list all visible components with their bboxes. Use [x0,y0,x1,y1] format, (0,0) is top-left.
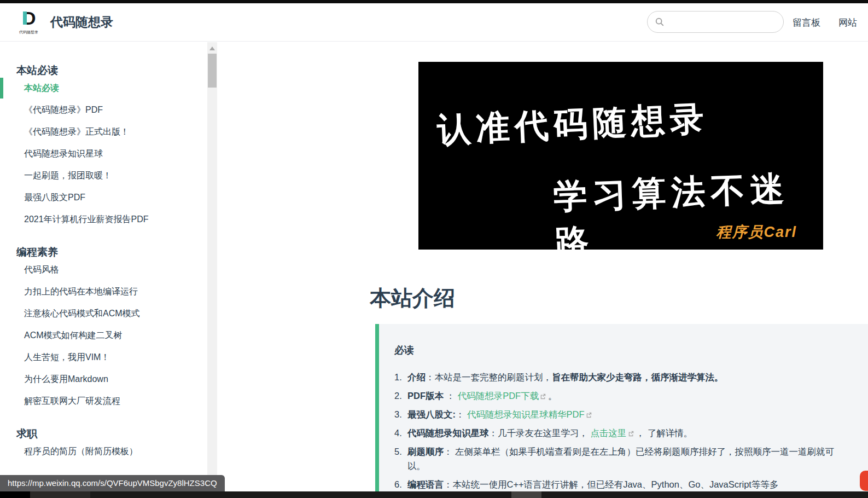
sidebar-item-markdown[interactable]: 为什么要用Markdown [0,368,207,390]
sidebar-section-must-read: 本站必读 [0,64,207,77]
logo-teal-bar [23,11,27,25]
sidebar-section-programming: 编程素养 [0,246,207,259]
sidebar-item-published[interactable]: 《代码随想录》正式出版！ [0,121,207,143]
external-link-icon [540,393,546,399]
tip-item-language: 6.编程语言：本站统一使用C++语言进行讲解，但已经有Java、Python、G… [394,477,840,491]
sidebar-item-dev-process[interactable]: 解密互联网大厂研发流程 [0,390,207,412]
list-number: 3. [394,407,402,421]
page-title: 本站介绍 [370,283,455,313]
sidebar-item-must-read[interactable]: 本站必读 [0,77,207,99]
taskbar-segment [30,491,90,498]
planet-pdf-link[interactable]: 代码随想录知识星球精华PDF [467,409,585,419]
list-number: 6. [394,477,402,491]
list-number: 4. [394,426,402,440]
scrollbar-up-arrow-icon[interactable] [209,47,215,50]
tip-item-planet: 4.代码随想录知识星球：几千录友在这里学习， 点击这里， 了解详情。 [394,426,840,440]
sidebar-item-knowledge-planet[interactable]: 代码随想录知识星球 [0,143,207,165]
sidebar-item-acm-mode[interactable]: 注意核心代码模式和ACM模式 [0,303,207,325]
sidebar-item-acm-binary-tree[interactable]: ACM模式如何构建二叉树 [0,325,207,346]
hero-banner-image: 认准代码随想录 学习算法不迷路 程序员Carl [418,62,823,250]
sidebar-item-interview-pdf[interactable]: 最强八股文PDF [0,187,207,209]
search-input[interactable] [669,14,783,30]
site-logo[interactable]: D 代码随想录 [19,8,44,36]
link-preview-tooltip: https://mp.weixin.qq.com/s/QVF6upVMSbgvZ… [0,475,225,491]
banner-line1: 认准代码随想录 [436,95,709,153]
tip-item-order: 5.刷题顺序： 左侧菜单栏（如果手机端查看则是在左上角）已经将刷题顺序排好了，按… [394,444,840,473]
site-title[interactable]: 代码随想录 [50,14,113,31]
external-link-icon [586,412,592,418]
search-icon [655,17,665,27]
nav-link-site[interactable]: 网站 [838,16,857,29]
sidebar: 本站必读 本站必读 《代码随想录》PDF 《代码随想录》正式出版！ 代码随想录知… [0,42,207,498]
tip-item-intro: 1.介绍：本站是一套完整的刷题计划，旨在帮助大家少走弯路，循序渐进学算法。 [394,370,840,384]
external-link-icon [628,430,634,437]
sidebar-section-job-hunting: 求职 [0,427,207,441]
tip-box: 必读 1.介绍：本站是一套完整的刷题计划，旨在帮助大家少走弯路，循序渐进学算法。… [375,324,868,495]
sidebar-item-salary-report[interactable]: 2021年计算机行业薪资报告PDF [0,209,207,230]
sidebar-item-pdf[interactable]: 《代码随想录》PDF [0,99,207,121]
sidebar-item-resume[interactable]: 程序员的简历（附简历模板） [0,441,207,462]
banner-line2: 学习算法不迷路 [552,164,825,265]
taskbar-edge [0,491,868,498]
tip-item-bagu: 3.最强八股文:： 代码随想录知识星球精华PDF [394,407,840,421]
tip-title: 必读 [394,344,867,357]
click-here-link[interactable]: 点击这里 [591,428,627,438]
floating-badge-icon[interactable] [860,471,868,491]
sidebar-item-local-compile[interactable]: 力扣上的代码在本地编译运行 [0,281,207,303]
scrollbar-thumb[interactable] [208,54,217,88]
nav-link-message-board[interactable]: 留言板 [793,16,820,29]
sidebar-item-vim[interactable]: 人生苦短，我用VIM！ [0,346,207,368]
logo-subtext: 代码随想录 [19,30,48,35]
list-number: 5. [394,444,402,459]
taskbar-segment [511,491,541,498]
tip-item-pdf: 2.PDF版本 ： 代码随想录PDF下载。 [394,389,840,403]
pdf-download-link[interactable]: 代码随想录PDF下载 [458,391,539,401]
search-box[interactable] [647,11,784,33]
sidebar-scrollbar[interactable] [207,42,217,491]
taskbar-segment [0,491,30,498]
list-number: 1. [394,370,402,384]
tip-list: 1.介绍：本站是一套完整的刷题计划，旨在帮助大家少走弯路，循序渐进学算法。 2.… [394,370,840,491]
list-number: 2. [394,389,402,403]
sidebar-item-group-study[interactable]: 一起刷题，报团取暖！ [0,165,207,187]
window-top-edge [0,0,868,3]
sidebar-item-code-style[interactable]: 代码风格 [0,259,207,281]
site-header: D 代码随想录 代码随想录 留言板 网站 [0,3,868,42]
banner-signature: 程序员Carl [716,222,797,242]
